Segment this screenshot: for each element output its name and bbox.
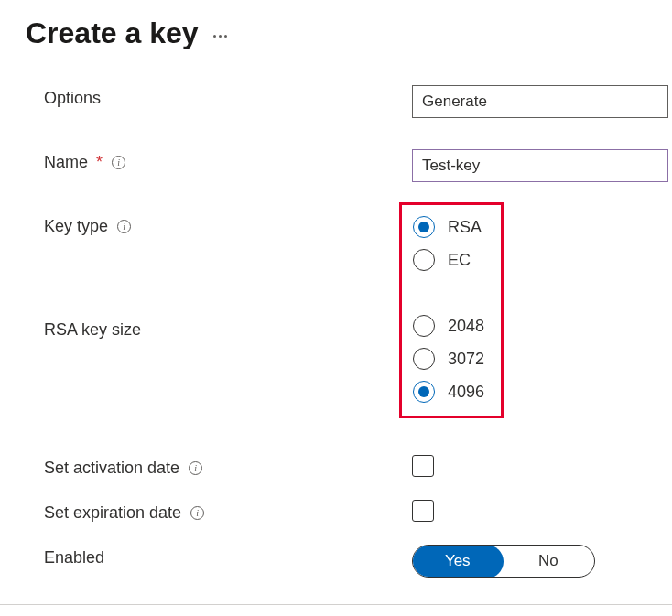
radio-icon [413,315,435,337]
required-indicator: * [96,153,103,172]
options-value: Generate [422,92,487,111]
set-activation-label: Set activation date i [44,455,412,478]
more-actions-button[interactable] [213,35,227,38]
enabled-yes[interactable]: Yes [412,545,504,578]
key-type-rsa[interactable]: RSA [413,216,484,238]
key-type-label: Key type i [44,213,412,236]
radio-label: 2048 [448,317,484,336]
rsa-key-size-radio-group: 2048 3072 4096 [413,315,484,403]
set-expiration-checkbox[interactable] [412,500,434,522]
rsa-size-4096[interactable]: 4096 [413,381,484,403]
radio-label: 4096 [448,383,484,402]
radio-label: EC [448,251,471,270]
name-input[interactable] [412,149,668,182]
set-expiration-label: Set expiration date i [44,500,412,523]
radio-label: RSA [448,218,482,237]
rsa-key-size-label: RSA key size [44,317,412,340]
info-icon[interactable]: i [112,156,125,169]
radio-icon [413,216,435,238]
enabled-label: Enabled [44,545,412,567]
key-type-ec[interactable]: EC [413,249,484,271]
rsa-size-3072[interactable]: 3072 [413,348,484,370]
divider [0,604,672,605]
highlight-box: RSA EC 2048 3072 [399,202,504,418]
options-label: Options [44,85,412,108]
radio-icon [413,249,435,271]
name-label: Name* i [44,149,412,172]
radio-icon [413,348,435,370]
info-icon[interactable]: i [189,461,202,475]
create-key-form: Options Generate Name* i Key type i [0,59,672,578]
radio-icon [413,381,435,403]
set-activation-checkbox[interactable] [412,455,434,477]
enabled-toggle[interactable]: Yes No [412,545,595,578]
options-select[interactable]: Generate [412,85,668,118]
key-type-radio-group: RSA EC [413,216,484,271]
info-icon[interactable]: i [117,220,131,233]
enabled-no[interactable]: No [503,546,595,577]
info-icon[interactable]: i [190,506,204,520]
page-title: Create a key [26,16,199,50]
rsa-size-2048[interactable]: 2048 [413,315,484,337]
radio-label: 3072 [448,350,484,369]
